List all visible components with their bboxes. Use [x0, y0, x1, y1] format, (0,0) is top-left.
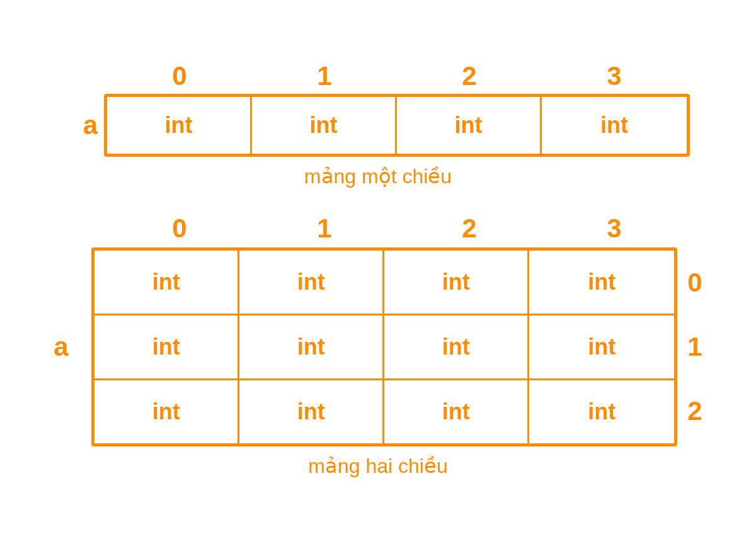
- col-index-2d-3: 3: [542, 213, 687, 244]
- cell-2d-0-2: int: [384, 251, 529, 314]
- col-index-1: 1: [252, 61, 397, 91]
- cell-2d-2-0: int: [94, 380, 239, 443]
- cell-2d-2-1: int: [239, 380, 384, 443]
- col-index-2d-0: 0: [107, 213, 252, 244]
- array-1d-section: 0 1 2 3 a int int int int mảng một chiều: [66, 61, 690, 188]
- array-2d-caption: mảng hai chiều: [308, 454, 447, 478]
- cell-1d-1: int: [252, 97, 397, 154]
- col-indices-1d: 0 1 2 3: [69, 61, 687, 91]
- cell-2d-0-1: int: [239, 251, 384, 314]
- array-1d-row-wrapper: a int int int int: [66, 94, 690, 157]
- cell-1d-0: int: [107, 97, 252, 154]
- cell-2d-0-0: int: [94, 251, 239, 314]
- array-1d-caption: mảng một chiều: [304, 164, 452, 188]
- row-indices-2d: 0 1 2: [687, 251, 702, 443]
- cell-1d-3: int: [542, 97, 687, 154]
- cell-2d-1-3: int: [529, 315, 674, 378]
- row-index-1: 1: [687, 315, 702, 378]
- cell-2d-1-2: int: [384, 315, 529, 378]
- cell-2d-1-0: int: [94, 315, 239, 378]
- cell-2d-2-2: int: [384, 380, 529, 443]
- array-2d-grid: int int int int int int int int int int …: [91, 247, 677, 446]
- col-indices-2d: 0 1 2 3: [107, 213, 687, 244]
- col-index-2d-1: 1: [252, 213, 397, 244]
- array-1d: int int int int: [104, 94, 690, 157]
- col-index-3: 3: [542, 61, 687, 91]
- array-2d-container: a int int int int int int int int int in…: [54, 247, 702, 446]
- cell-2d-0-3: int: [529, 251, 674, 314]
- array-2d-label: a: [54, 332, 85, 362]
- col-index-2: 2: [397, 61, 542, 91]
- cell-2d-1-1: int: [239, 315, 384, 378]
- array-2d-row-2: int int int int: [94, 380, 674, 443]
- col-index-0: 0: [107, 61, 252, 91]
- array-1d-label: a: [66, 110, 98, 140]
- array-2d-row-1: int int int int: [94, 315, 674, 380]
- array-2d-row-0: int int int int: [94, 251, 674, 315]
- array-2d-section: 0 1 2 3 a int int int int int int int in…: [54, 213, 702, 478]
- row-index-2: 2: [687, 380, 702, 443]
- row-index-0: 0: [687, 251, 702, 314]
- cell-1d-2: int: [397, 97, 542, 154]
- col-index-2d-2: 2: [397, 213, 542, 244]
- cell-2d-2-3: int: [529, 380, 674, 443]
